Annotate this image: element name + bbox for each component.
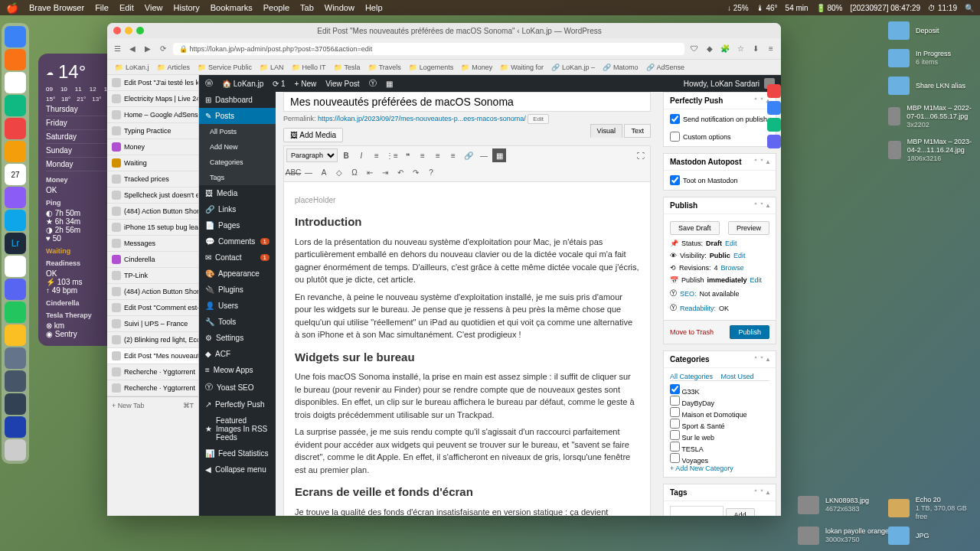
- vertical-tab[interactable]: Spellcheck just doesn't even ac...: [107, 187, 198, 204]
- vertical-tab[interactable]: TP-Link: [107, 268, 198, 284]
- desktop-file[interactable]: Deposit: [888, 21, 939, 40]
- align-center-icon[interactable]: ≡: [431, 148, 445, 162]
- wp-new[interactable]: + New: [295, 80, 317, 88]
- undo-icon[interactable]: ↶: [394, 165, 407, 179]
- desktop-file[interactable]: JPG: [888, 527, 929, 545]
- ul-icon[interactable]: ≡: [370, 148, 384, 162]
- dock-finder[interactable]: [5, 26, 26, 47]
- add-tag-button[interactable]: Add: [726, 508, 755, 516]
- battery-pct[interactable]: ↓ 25%: [727, 4, 749, 12]
- category-checkbox[interactable]: G33K: [670, 384, 769, 396]
- desktop-file[interactable]: Echo 201 TB, 370,08 GB free: [888, 496, 980, 520]
- vertical-tab[interactable]: Home – Google AdSense: [107, 107, 198, 123]
- vertical-tab[interactable]: Waiting: [107, 155, 198, 171]
- link-icon[interactable]: 🔗: [462, 148, 475, 162]
- quote-icon[interactable]: ❝: [400, 148, 414, 162]
- wp-yoast-icon[interactable]: Ⓨ: [369, 78, 377, 89]
- wp-viewpost[interactable]: View Post: [325, 80, 359, 88]
- desktop-file[interactable]: MBP M1Max – 2022-07-01...06.55.17.jpg3x2…: [888, 104, 980, 129]
- wp-menu-acf[interactable]: ◆ACF: [199, 346, 276, 362]
- text-tab[interactable]: Text: [624, 124, 651, 138]
- vertical-tab[interactable]: Edit Post "Comment est-ce que j...: [107, 300, 198, 316]
- edit-status[interactable]: Edit: [725, 240, 737, 247]
- hr-icon[interactable]: —: [302, 165, 315, 179]
- more-icon[interactable]: —: [477, 148, 491, 162]
- align-right-icon[interactable]: ≡: [446, 148, 460, 162]
- dock-lightroom[interactable]: Lr: [5, 233, 26, 254]
- menu-file[interactable]: File: [95, 3, 109, 12]
- wallet-icon[interactable]: ◆: [704, 44, 715, 54]
- wp-greeting[interactable]: Howdy, LoKan Sardari: [684, 80, 760, 88]
- menu-icon[interactable]: ≡: [766, 44, 776, 54]
- dock-trash[interactable]: [5, 439, 26, 461]
- dock-brave[interactable]: [5, 49, 26, 70]
- search-icon[interactable]: 🔍: [965, 4, 974, 12]
- datetime[interactable]: [20230927] 08:47:29: [850, 4, 920, 12]
- wp-menu-contact[interactable]: ✉Contact1: [199, 249, 276, 266]
- clear-icon[interactable]: ◇: [332, 165, 346, 179]
- push-custom-checkbox[interactable]: Custom options: [670, 132, 769, 142]
- reload-icon[interactable]: ⟳: [158, 44, 168, 54]
- dock-app[interactable]: [5, 347, 26, 369]
- wp-submenu-item[interactable]: Tags: [199, 170, 276, 185]
- help-icon[interactable]: ?: [424, 165, 438, 179]
- publish-button[interactable]: Publish: [730, 325, 769, 339]
- bookmark[interactable]: 📁 Money: [461, 64, 492, 71]
- category-checkbox[interactable]: Voyages: [670, 453, 769, 465]
- chevron-down-icon[interactable]: ˅: [760, 356, 763, 363]
- ol-icon[interactable]: ⋮≡: [385, 148, 399, 162]
- extension-icon[interactable]: 🧩: [720, 44, 730, 54]
- post-title-input[interactable]: [283, 92, 651, 112]
- collapse-icon[interactable]: ▴: [766, 202, 769, 209]
- ext-icon[interactable]: [767, 118, 781, 132]
- tags-input[interactable]: [670, 506, 724, 516]
- titlebar[interactable]: Edit Post "Mes nouveautés préférées de m…: [107, 23, 781, 38]
- category-checkbox[interactable]: Maison et Domotique: [670, 407, 769, 419]
- dock-app[interactable]: [5, 187, 26, 208]
- dock-app[interactable]: [5, 256, 26, 277]
- outdent-icon[interactable]: ⇤: [363, 165, 377, 179]
- dock-app[interactable]: [5, 302, 26, 323]
- add-media-button[interactable]: 🖼 Add Media: [283, 128, 343, 142]
- bookmark-icon[interactable]: ☆: [735, 44, 746, 54]
- bookmark[interactable]: 🔗 LoKan.jp –: [551, 64, 595, 71]
- wp-submenu-item[interactable]: All Posts: [199, 124, 276, 139]
- wp-menu-meow-apps[interactable]: ≡Meow Apps: [199, 362, 276, 378]
- dock-app[interactable]: [5, 324, 26, 346]
- browse-rev[interactable]: Browse: [721, 264, 744, 272]
- vertical-tab[interactable]: Money: [107, 139, 198, 155]
- indent-icon[interactable]: ⇥: [378, 165, 392, 179]
- paragraph-select[interactable]: Paragraph: [286, 148, 338, 162]
- bookmark[interactable]: 📁 Hello IT: [292, 64, 326, 71]
- vertical-tab[interactable]: Messages: [107, 236, 198, 252]
- fullscreen-icon[interactable]: ⛶: [634, 148, 648, 162]
- vertical-tab[interactable]: Electricity Maps | Live 24/7 CO₂ e...: [107, 91, 198, 107]
- cat-all-tab[interactable]: All Categories: [670, 373, 713, 380]
- chevron-up-icon[interactable]: ˄: [754, 202, 757, 209]
- move-to-trash[interactable]: Move to Trash: [670, 328, 714, 336]
- collapse-icon[interactable]: ▴: [766, 158, 769, 165]
- toot-checkbox[interactable]: Toot on Mastodon: [670, 175, 769, 185]
- wp-menu-comments[interactable]: 💬Comments1: [199, 233, 276, 249]
- preview-button[interactable]: Preview: [728, 221, 769, 235]
- visual-tab[interactable]: Visual: [590, 124, 622, 138]
- category-checkbox[interactable]: Sport & Santé: [670, 419, 769, 430]
- back-icon[interactable]: ◀: [127, 44, 138, 54]
- dock-app[interactable]: [5, 416, 26, 438]
- bold-icon[interactable]: B: [339, 148, 353, 162]
- vertical-tab[interactable]: Cinderella: [107, 252, 198, 268]
- wp-icon[interactable]: ▦: [386, 80, 393, 88]
- ext-icon[interactable]: [767, 135, 781, 148]
- vertical-tab[interactable]: Recherche · Yggtorrent: [107, 364, 198, 380]
- bookmark[interactable]: 🔗 Matomo: [603, 64, 639, 71]
- wp-menu-feed-statistics[interactable]: 📊Feed Statistics: [199, 445, 276, 461]
- strike-icon[interactable]: ABC: [286, 165, 300, 179]
- editor-body[interactable]: placeHolder Introduction Lors de la prés…: [283, 182, 651, 516]
- bookmark[interactable]: 📁 Tesla: [334, 64, 361, 71]
- bookmark[interactable]: 📁 Articles: [157, 64, 191, 71]
- new-tab-button[interactable]: + New Tab⌘T: [107, 396, 198, 414]
- app-name[interactable]: Brave Browser: [29, 3, 84, 12]
- dock-discord[interactable]: [5, 279, 26, 300]
- dock-app[interactable]: [5, 95, 26, 116]
- minimize-icon[interactable]: [125, 27, 132, 34]
